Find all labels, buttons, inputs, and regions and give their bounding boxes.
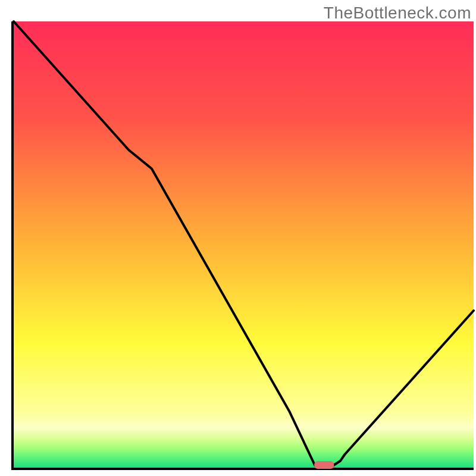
bottleneck-chart: [0, 0, 476, 476]
optimal-marker: [314, 461, 334, 469]
watermark-text: TheBottleneck.com: [324, 4, 471, 23]
plot-background: [14, 21, 474, 468]
chart-container: TheBottleneck.com: [0, 0, 476, 476]
